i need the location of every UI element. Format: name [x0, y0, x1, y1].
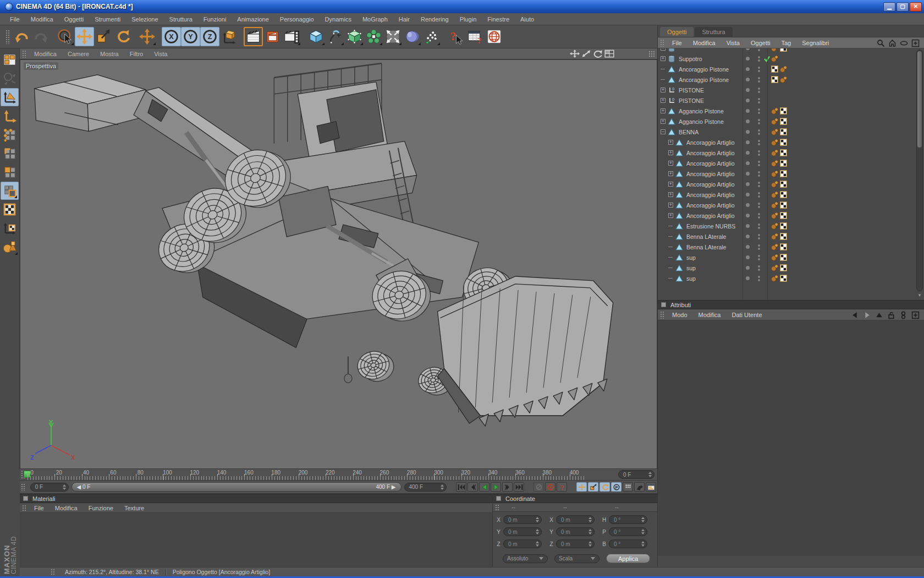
render-visibility-dots[interactable]: [758, 88, 760, 93]
tree-row[interactable]: +0PISTONE: [658, 95, 924, 106]
dropdown-scala[interactable]: Scala: [554, 554, 600, 563]
spinner-icon[interactable]: [588, 529, 592, 535]
lock-x-icon[interactable]: X: [162, 27, 181, 46]
object-manager-grip[interactable]: [660, 39, 664, 47]
editor-visibility-dot[interactable]: [746, 99, 750, 102]
coordinates-grip[interactable]: [495, 504, 499, 510]
uvw-tag-icon[interactable]: [780, 107, 787, 114]
editor-visibility-dot[interactable]: [746, 151, 750, 155]
om-menu-oggetti[interactable]: Oggetti: [745, 39, 776, 47]
lock-y-icon[interactable]: Y: [181, 27, 200, 46]
coord-field-rotation-p[interactable]: 0 °: [609, 527, 647, 536]
materials-menu-modifica[interactable]: Modifica: [50, 504, 83, 512]
phong-tag-icon[interactable]: [771, 275, 778, 282]
spinner-icon[interactable]: [641, 517, 645, 522]
minimize-button[interactable]: ▁: [883, 2, 895, 12]
coord-field-position-y[interactable]: 0 m: [503, 527, 542, 536]
transport-grip[interactable]: [21, 483, 25, 491]
menu-item-animazione[interactable]: Animazione: [232, 14, 274, 24]
spinner-icon[interactable]: [588, 541, 592, 547]
viewport-panel-grip[interactable]: [648, 51, 655, 57]
phong-tag-icon[interactable]: [771, 222, 778, 230]
editor-visibility-dot[interactable]: [746, 48, 750, 50]
menu-item-plugin[interactable]: Plugin: [454, 14, 482, 24]
menu-item-dynamics[interactable]: Dynamics: [320, 14, 357, 24]
ruler-frame-spinner[interactable]: 0 F: [618, 470, 654, 479]
key-help-icon[interactable]: ?: [557, 482, 567, 492]
spinner-icon[interactable]: [536, 517, 539, 522]
uvw-tag-icon[interactable]: [771, 76, 778, 83]
coord-field-position-z[interactable]: 0 m: [503, 539, 542, 548]
add-spline-icon[interactable]: [326, 27, 345, 46]
coord-field-scale-z[interactable]: 0 m: [556, 539, 595, 548]
make-editable-icon[interactable]: [1, 51, 19, 69]
phong-tag-icon[interactable]: [771, 128, 778, 135]
statusbar-grip[interactable]: [51, 569, 55, 575]
rotate-view-icon[interactable]: [593, 50, 603, 58]
edges-mode-icon[interactable]: [1, 144, 19, 162]
render-visibility-dots[interactable]: [758, 140, 760, 145]
scroll-down-icon[interactable]: ▼: [916, 292, 923, 299]
spinner-icon[interactable]: [536, 529, 539, 535]
viewport-menu-modifica[interactable]: Modifica: [29, 50, 62, 58]
tree-row[interactable]: Ancoraggio Pistone: [658, 74, 924, 85]
tree-row[interactable]: −BENNA: [658, 127, 924, 137]
add-modeling-icon[interactable]: [364, 27, 383, 46]
tree-row[interactable]: Ancoraggio Pistone: [658, 64, 924, 74]
toolbar-grip[interactable]: [6, 30, 10, 44]
expand-toggle-icon[interactable]: +: [661, 108, 666, 113]
render-visibility-dots[interactable]: [758, 56, 760, 62]
key-scale-icon[interactable]: [588, 482, 598, 492]
key-ik-icon[interactable]: [634, 482, 645, 492]
zoom-view-icon[interactable]: [581, 50, 591, 58]
back-icon[interactable]: [851, 311, 859, 319]
viewport-menu-filtro[interactable]: Filtro: [124, 50, 148, 58]
tree-row[interactable]: +Ancoraggio Artiglio: [658, 189, 924, 200]
tree-row[interactable]: +Ancoraggio Artiglio: [658, 168, 924, 179]
autokey-icon[interactable]: [545, 482, 556, 492]
tree-row[interactable]: +0PISTONE: [658, 85, 924, 95]
render-visibility-dots[interactable]: [758, 129, 760, 135]
phong-tag-icon[interactable]: [771, 212, 778, 219]
uvw-tag-icon[interactable]: [780, 275, 787, 282]
phong-tag-icon[interactable]: [771, 233, 778, 240]
menu-item-personaggio[interactable]: Personaggio: [274, 14, 320, 24]
coord-field-position-x[interactable]: 0 m: [503, 515, 542, 524]
add-tab-icon[interactable]: [911, 311, 920, 319]
phong-tag-icon[interactable]: [771, 55, 778, 62]
scrollbar-thumb[interactable]: [917, 51, 922, 148]
expand-toggle-icon[interactable]: +: [661, 88, 666, 92]
toggle-view-icon[interactable]: [604, 50, 614, 58]
uvw-tag-icon[interactable]: [780, 233, 787, 240]
render-visibility-dots[interactable]: [758, 67, 760, 72]
editor-visibility-dot[interactable]: [746, 119, 750, 123]
om-menu-segnalibri[interactable]: Segnalibri: [796, 39, 834, 47]
spinner-icon[interactable]: [641, 541, 645, 547]
editor-visibility-dot[interactable]: [746, 255, 750, 259]
editor-visibility-dot[interactable]: [746, 214, 750, 217]
attr-menu-modo[interactable]: Modo: [667, 310, 693, 319]
object-tree-scrollbar[interactable]: [916, 50, 923, 291]
phong-tag-icon[interactable]: [771, 48, 778, 52]
expand-toggle-icon[interactable]: +: [661, 119, 666, 124]
expand-toggle-icon[interactable]: +: [668, 192, 673, 197]
materials-menu-file[interactable]: File: [29, 504, 50, 512]
editor-visibility-dot[interactable]: [746, 203, 750, 207]
maximize-button[interactable]: ▢: [897, 2, 909, 12]
tree-row[interactable]: Benna LAterale: [658, 231, 924, 242]
viewport-menu-vista[interactable]: Vista: [148, 50, 173, 58]
tree-row[interactable]: +Ancoraggio Artiglio: [658, 179, 924, 189]
tree-row[interactable]: +Ancoraggio Artiglio: [658, 137, 924, 148]
render-view-icon[interactable]: [244, 27, 263, 46]
editor-visibility-dot[interactable]: [746, 276, 750, 280]
tree-row[interactable]: +Ancoraggio Artiglio: [658, 200, 924, 210]
timeline-ruler[interactable]: 0204060801001201401601802002202402602803…: [20, 469, 657, 481]
axis-mode-icon[interactable]: [1, 107, 19, 125]
expand-toggle-icon[interactable]: +: [668, 182, 673, 187]
uvw-tag-icon[interactable]: [780, 118, 787, 125]
browser-icon[interactable]: [485, 27, 504, 46]
play-reverse-icon[interactable]: [479, 482, 490, 492]
menu-item-strumenti[interactable]: Strumenti: [89, 14, 126, 24]
tree-row[interactable]: +: [658, 48, 924, 53]
attributes-grip[interactable]: [660, 311, 664, 319]
